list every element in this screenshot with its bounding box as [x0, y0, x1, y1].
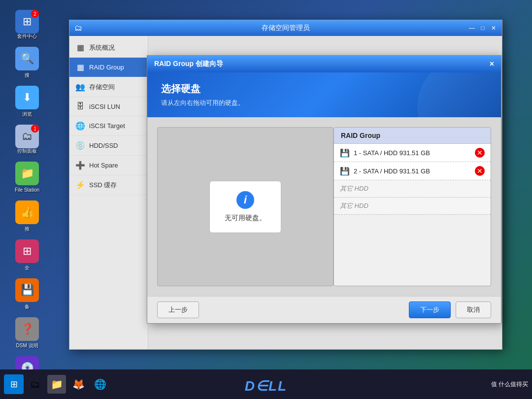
storage-icon: 👥 — [75, 82, 85, 92]
app-title: 存储空间管理员 — [262, 24, 310, 33]
desktop-icon-label-3: 浏览 — [22, 111, 32, 117]
desktop-icon-cp[interactable]: 🗂 1 控制面板 — [10, 125, 44, 154]
disk-remove-2-button[interactable]: ✕ — [475, 166, 485, 176]
wizard-body: i 无可用硬盘。 RAID Group 💾 1 - SATA / HDD 931… — [147, 117, 501, 296]
sidebar-item-raid[interactable]: ▦ RAID Group — [69, 58, 148, 77]
wizard-dialog: RAID Group 创建向导 × 选择硬盘 请从左向右拖动可用的硬盘。 i 无… — [147, 55, 501, 324]
taskbar: ⊞ 🗂 📁 🦊 🌐 D∈LL 值 什么值得买 — [0, 369, 532, 399]
desktop-icon-label-4: 控制面板 — [17, 148, 37, 154]
iscsi-lun-icon: 🗄 — [75, 102, 85, 111]
desktop-icon-label: 套件中心 — [17, 33, 37, 39]
wizard-heading: 选择硬盘 — [161, 82, 487, 96]
taskbar-icon-2[interactable]: 📁 — [47, 375, 66, 394]
start-button[interactable]: ⊞ — [4, 374, 24, 394]
wizard-subtext: 请从左向右拖动可用的硬盘。 — [161, 99, 487, 107]
taskbar-right: 值 什么值得买 — [491, 380, 528, 389]
desktop-icon-download[interactable]: ⬇ 浏览 — [10, 86, 44, 117]
raid-panel-header: RAID Group — [334, 128, 491, 144]
desktop-icon-suite[interactable]: ⊞ 2 套件中心 — [10, 10, 44, 39]
disk-label-1: 1 - SATA / HDD 931.51 GB — [354, 149, 471, 157]
placeholder-label-2: 其它 HDD — [340, 202, 368, 209]
desktop-icon-like[interactable]: 👍 推 — [10, 200, 44, 232]
iscsi-target-icon: 🌐 — [75, 121, 85, 131]
ssd-cache-icon: ⚡ — [75, 180, 85, 190]
desktop-icon-label-7: 全 — [25, 265, 30, 271]
icon-badge-2: 1 — [31, 125, 39, 133]
disk-item-1: 💾 1 - SATA / HDD 931.51 GB ✕ — [334, 144, 491, 162]
taskbar-icon-4[interactable]: 🌐 — [91, 375, 109, 394]
sidebar-label-hot-spare: Hot Spare — [89, 162, 118, 169]
placeholder-label-1: 其它 HDD — [340, 185, 368, 192]
sidebar-item-hdd-ssd[interactable]: 💿 HDD/SSD — [69, 136, 148, 156]
sidebar-item-ssd-cache[interactable]: ⚡ SSD 缓存 — [69, 175, 148, 195]
desktop-icon-label-8: 备 — [25, 304, 30, 310]
app-titlebar: 🗂 存储空间管理员 — □ ✕ — [69, 20, 502, 36]
overview-icon: ▦ — [75, 43, 85, 52]
disk-remove-1-button[interactable]: ✕ — [475, 148, 485, 158]
icon-badge: 2 — [31, 10, 39, 18]
taskbar-icon-1[interactable]: 🗂 — [26, 375, 44, 394]
raid-icon: ▦ — [75, 63, 85, 72]
sidebar-item-iscsi-lun[interactable]: 🗄 iSCSI LUN — [69, 97, 148, 116]
desktop-icon-label-2: 搜 — [25, 72, 30, 78]
taskbar-icons: 🗂 📁 🦊 🌐 — [26, 375, 109, 394]
no-disk-text: 无可用硬盘。 — [225, 214, 266, 223]
desktop-icon-label-6: 推 — [25, 226, 30, 232]
wizard-header: 选择硬盘 请从左向右拖动可用的硬盘。 — [147, 72, 501, 117]
disk-item-2: 💾 2 - SATA / HDD 931.51 GB ✕ — [334, 162, 491, 180]
titlebar-controls: — □ ✕ — [467, 24, 498, 33]
maximize-button[interactable]: □ — [478, 24, 487, 33]
footer-right-buttons: 下一步 取消 — [409, 301, 491, 318]
wizard-titlebar: RAID Group 创建向导 × — [147, 56, 501, 72]
desktop-icon-label-5: File Station — [15, 187, 39, 193]
sidebar-label-overview: 系统概况 — [89, 43, 115, 52]
wizard-close-button[interactable]: × — [490, 60, 494, 68]
desktop: ⊞ 2 套件中心 🔍 搜 ⬇ 浏览 🗂 1 控制面板 — [0, 0, 532, 399]
back-button[interactable]: 上一步 — [157, 301, 199, 318]
sidebar-label-iscsi-lun: iSCSI LUN — [89, 103, 120, 110]
sidebar-label-hdd-ssd: HDD/SSD — [89, 142, 118, 149]
disk-label-2: 2 - SATA / HDD 931.51 GB — [354, 167, 471, 175]
disk-placeholder-2: 其它 HDD — [334, 198, 491, 215]
disk-icon-2: 💾 — [340, 166, 350, 176]
info-icon: i — [236, 191, 254, 209]
sidebar-item-hot-spare[interactable]: ➕ Hot Spare — [69, 156, 148, 175]
wizard-footer: 上一步 下一步 取消 — [147, 296, 501, 323]
no-disk-message-box: i 无可用硬盘。 — [209, 181, 281, 233]
sidebar-label-ssd-cache: SSD 缓存 — [89, 181, 117, 190]
close-button[interactable]: ✕ — [489, 24, 498, 33]
dell-logo: D∈LL — [245, 378, 287, 394]
sidebar-label-iscsi-target: iSCSI Target — [89, 122, 125, 130]
taskbar-icon-3[interactable]: 🦊 — [69, 375, 88, 394]
hot-spare-icon: ➕ — [75, 161, 85, 170]
desktop-icon-label-9: DSM 说明 — [16, 343, 38, 349]
disk-panel-raid: RAID Group 💾 1 - SATA / HDD 931.51 GB ✕ … — [333, 127, 491, 286]
sidebar-label-storage: 存储空间 — [89, 83, 115, 92]
sidebar-item-overview[interactable]: ▦ 系统概况 — [69, 38, 148, 58]
sidebar-item-storage[interactable]: 👥 存储空间 — [69, 77, 148, 97]
watermark-text: 值 什么值得买 — [491, 380, 528, 389]
minimize-button[interactable]: — — [467, 24, 476, 33]
desktop-icon-all[interactable]: ⊞ 全 — [10, 239, 44, 271]
desktop-icon-backup[interactable]: 💾 备 — [10, 278, 44, 310]
disk-placeholder-1: 其它 HDD — [334, 180, 491, 198]
sidebar-label-raid: RAID Group — [89, 64, 124, 71]
desktop-icon-dsm[interactable]: ❓ DSM 说明 — [10, 317, 44, 349]
sidebar-item-iscsi-target[interactable]: 🌐 iSCSI Target — [69, 116, 148, 136]
sidebar: ▦ 系统概况 ▦ RAID Group 👥 存储空间 🗄 iSCSI LUN 🌐 — [69, 36, 148, 349]
hdd-icon: 💿 — [75, 141, 85, 150]
disk-icon-1: 💾 — [340, 148, 350, 158]
desktop-icons-container: ⊞ 2 套件中心 🔍 搜 ⬇ 浏览 🗂 1 控制面板 — [10, 10, 44, 399]
cancel-button[interactable]: 取消 — [456, 301, 491, 318]
desktop-icon-filestation[interactable]: 📁 File Station — [10, 162, 44, 193]
next-button[interactable]: 下一步 — [409, 301, 451, 318]
wizard-title: RAID Group 创建向导 — [154, 60, 223, 68]
app-icon: 🗂 — [74, 24, 82, 33]
desktop-icon-search[interactable]: 🔍 搜 — [10, 47, 44, 78]
disk-panel-available: i 无可用硬盘。 — [157, 127, 333, 286]
